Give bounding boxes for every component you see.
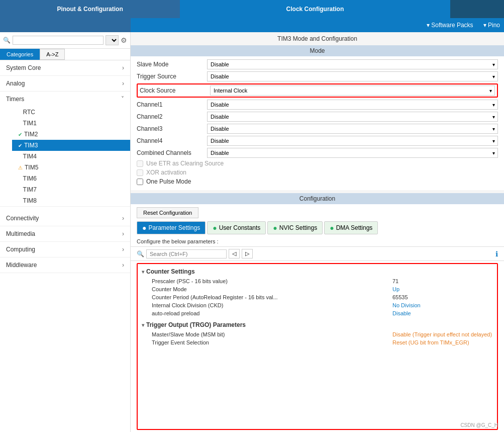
combined-channels-row: Combined Channels Disable xyxy=(137,148,498,158)
pino-link[interactable]: ▾ Pino xyxy=(483,22,500,29)
config-section-header: Configuration xyxy=(131,193,504,204)
timers-items: RTC TIM1 ✔ TIM2 ✔ TIM3 xyxy=(0,107,130,206)
system-core-header[interactable]: System Core › xyxy=(0,60,130,75)
sidebar-item-rtc[interactable]: RTC xyxy=(12,107,130,118)
sidebar-item-tim6[interactable]: TIM6 xyxy=(12,173,130,184)
sidebar-item-tim2[interactable]: ✔ TIM2 xyxy=(12,129,130,140)
sidebar-item-tim7[interactable]: TIM7 xyxy=(12,184,130,195)
collapse-icon[interactable]: ▾ xyxy=(142,322,144,328)
tab-parameter-settings[interactable]: ● Parameter Settings xyxy=(137,221,206,234)
sidebar-item-tim5[interactable]: ⚠ TIM5 xyxy=(12,162,130,173)
spacer-icon xyxy=(18,198,21,204)
combined-channels-select[interactable]: Disable xyxy=(207,148,498,158)
watermark: CSDN @G_C_H xyxy=(460,422,498,428)
chevron-right-icon: › xyxy=(122,80,124,87)
computing-header[interactable]: Computing › xyxy=(0,242,130,257)
params-search-bar: 🔍 ◁ ▷ ℹ xyxy=(131,247,504,261)
channel2-select-wrapper: Disable xyxy=(207,112,498,122)
collapse-icon[interactable]: ▾ xyxy=(142,269,144,275)
search-icon: 🔍 xyxy=(137,250,144,257)
spacer-icon xyxy=(18,154,21,159)
sidebar-item-tim4[interactable]: TIM4 xyxy=(12,151,130,162)
xor-activation-checkbox[interactable] xyxy=(137,169,143,176)
slave-mode-label: Slave Mode xyxy=(137,61,207,68)
analog-header[interactable]: Analog › xyxy=(0,76,130,91)
search-prev-button[interactable]: ◁ xyxy=(229,249,240,258)
slave-mode-select[interactable]: Disable xyxy=(207,59,498,69)
params-search-input[interactable] xyxy=(146,249,227,258)
tab-dot-icon: ● xyxy=(273,224,277,232)
channel1-select[interactable]: Disable xyxy=(207,100,498,110)
sidebar-section-system-core: System Core › xyxy=(0,60,130,76)
channel4-row: Channel4 Disable xyxy=(137,136,498,146)
tab-categories[interactable]: Categories xyxy=(0,49,40,60)
trigger-source-row: Trigger Source Disable xyxy=(137,71,498,81)
sidebar-section-analog: Analog › xyxy=(0,76,130,92)
tab-az[interactable]: A->Z xyxy=(40,49,65,60)
sidebar-item-tim8[interactable]: TIM8 xyxy=(12,195,130,206)
slave-mode-row: Slave Mode Disable xyxy=(137,59,498,69)
channel1-label: Channel1 xyxy=(137,101,207,108)
info-icon[interactable]: ℹ xyxy=(495,250,498,258)
channel2-select[interactable]: Disable xyxy=(207,112,498,122)
param-row-msm: Master/Slave Mode (MSM bit) Disable (Tri… xyxy=(142,330,493,338)
spacer-icon xyxy=(18,110,21,115)
one-pulse-label: One Pulse Mode xyxy=(146,178,191,185)
chevron-right-icon: › xyxy=(122,215,124,222)
channel3-select[interactable]: Disable xyxy=(207,124,498,134)
mode-section: Mode Slave Mode Disable Trigger Source xyxy=(131,45,504,190)
slave-mode-select-wrapper: Disable xyxy=(207,59,498,69)
reset-config-button[interactable]: Reset Configuration xyxy=(137,207,198,218)
xor-activation-row: XOR activation xyxy=(137,169,498,176)
gear-icon[interactable]: ⚙ xyxy=(121,36,127,44)
content-area: TIM3 Mode and Configuration Mode Slave M… xyxy=(131,32,504,432)
search-next-button[interactable]: ▷ xyxy=(242,249,253,258)
counter-settings-header: ▾ Counter Settings xyxy=(142,268,493,275)
sidebar-search-bar: 🔍 ⚙ xyxy=(0,32,130,49)
clock-source-label: Clock Source xyxy=(140,87,210,94)
tab-dot-icon: ● xyxy=(142,224,146,232)
chevron-right-icon: › xyxy=(122,230,124,237)
use-etr-checkbox[interactable] xyxy=(137,160,143,167)
spacer-icon xyxy=(18,121,21,126)
clock-source-select-wrapper: Internal Clock xyxy=(210,85,495,96)
connectivity-header[interactable]: Connectivity › xyxy=(0,211,130,226)
configure-text: Configure the below parameters : xyxy=(131,236,504,247)
clock-source-select[interactable]: Internal Clock xyxy=(210,85,495,96)
channel3-row: Channel3 Disable xyxy=(137,124,498,134)
mode-rows: Slave Mode Disable Trigger Source Disab xyxy=(131,56,504,190)
subheader-right: ▾ Software Packs ▾ Pino xyxy=(131,18,504,32)
sidebar-section-middleware: Middleware › xyxy=(0,257,130,273)
clock-title: Clock Configuration xyxy=(286,6,344,13)
tab-nvic-settings[interactable]: ● NVIC Settings xyxy=(267,221,323,234)
trigger-source-select[interactable]: Disable xyxy=(207,71,498,81)
tab-user-constants[interactable]: ● User Constants xyxy=(207,221,266,234)
channel4-label: Channel4 xyxy=(137,137,207,144)
sidebar-item-tim3[interactable]: ✔ TIM3 xyxy=(12,140,130,151)
use-etr-row: Use ETR as Clearing Source xyxy=(137,160,498,167)
pinout-title: Pinout & Configuration xyxy=(57,6,123,13)
use-etr-label: Use ETR as Clearing Source xyxy=(146,160,224,167)
main-layout: 🔍 ⚙ Categories A->Z System Core › xyxy=(0,32,504,432)
sidebar-item-tim1[interactable]: TIM1 xyxy=(12,118,130,129)
one-pulse-checkbox[interactable] xyxy=(137,179,143,185)
middleware-header[interactable]: Middleware › xyxy=(0,257,130,273)
channel4-select[interactable]: Disable xyxy=(207,136,498,146)
trgo-header: ▾ Trigger Output (TRGO) Parameters xyxy=(142,321,493,328)
subheader: ▾ Software Packs ▾ Pino xyxy=(0,18,504,32)
timers-header[interactable]: Timers ˅ xyxy=(0,92,130,107)
search-dropdown[interactable] xyxy=(106,35,119,45)
tab-dma-settings[interactable]: ● DMA Settings xyxy=(324,221,378,234)
multimedia-header[interactable]: Multimedia › xyxy=(0,226,130,241)
mode-section-header: Mode xyxy=(131,45,504,56)
param-row-counter-mode: Counter Mode Up xyxy=(142,285,493,293)
param-row-counter-period: Counter Period (AutoReload Register - 16… xyxy=(142,293,493,301)
channel1-row: Channel1 Disable xyxy=(137,100,498,110)
check-icon: ✔ xyxy=(18,132,22,137)
params-area: ▾ Counter Settings Prescaler (PSC - 16 b… xyxy=(137,263,498,430)
search-input[interactable] xyxy=(13,36,104,45)
software-packs-link[interactable]: ▾ Software Packs xyxy=(427,22,473,29)
param-row-ckd: Internal Clock Division (CKD) No Divisio… xyxy=(142,301,493,309)
spacer-icon xyxy=(18,187,21,193)
channel1-select-wrapper: Disable xyxy=(207,100,498,110)
